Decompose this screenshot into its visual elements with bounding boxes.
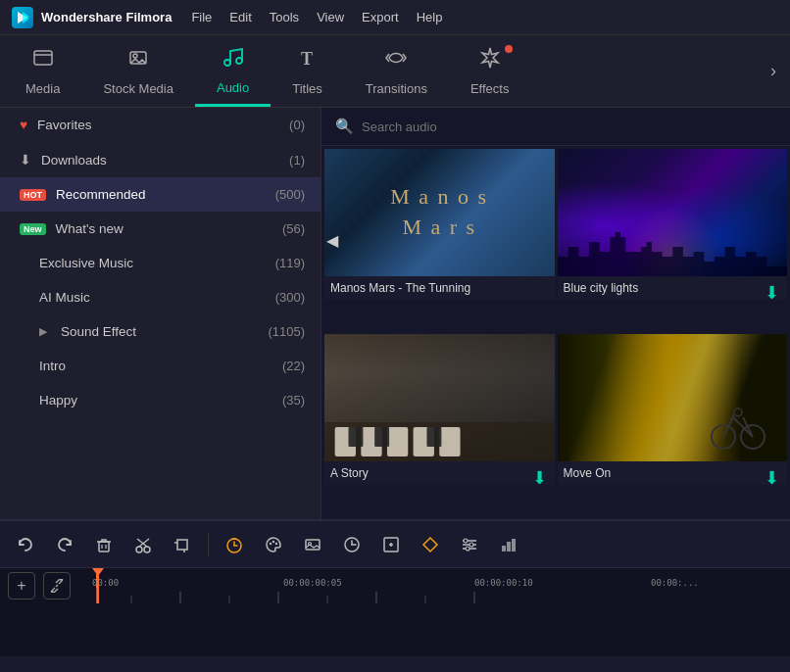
chart-button[interactable] bbox=[491, 527, 526, 562]
timeline-link-button[interactable] bbox=[43, 572, 71, 600]
media-card-a-story[interactable]: ⬇ A Story bbox=[324, 334, 555, 516]
moveon-label: Move On bbox=[558, 461, 788, 485]
delete-button[interactable] bbox=[86, 527, 122, 562]
app-logo-icon bbox=[12, 7, 33, 28]
manos-label: Manos Mars - The Tunning bbox=[324, 276, 555, 300]
sidebar-item-recommended[interactable]: HOT Recommended (500) bbox=[0, 177, 321, 212]
sidebar-item-favorites[interactable]: ♥ Favorites (0) bbox=[0, 108, 321, 142]
sidebar-label-sound-effect: Sound Effect bbox=[61, 324, 136, 339]
city-thumbnail bbox=[558, 149, 788, 276]
tab-audio[interactable]: Audio bbox=[195, 35, 271, 107]
city-download-icon: ⬇ bbox=[765, 282, 779, 304]
svg-point-6 bbox=[224, 60, 230, 66]
recommended-count: (500) bbox=[275, 187, 305, 202]
tab-transitions-label: Transitions bbox=[366, 81, 427, 96]
story-thumbnail bbox=[324, 334, 555, 461]
media-card-manos-mars[interactable]: ◀ M a n o sM a r s Manos Mars - The Tunn… bbox=[324, 149, 555, 331]
story-download-icon: ⬇ bbox=[532, 467, 547, 489]
menu-export[interactable]: Export bbox=[362, 10, 399, 24]
sidebar-label-favorites: Favorites bbox=[37, 118, 92, 132]
svg-point-26 bbox=[144, 547, 150, 552]
tab-stock-media[interactable]: Stock Media bbox=[81, 35, 195, 107]
svg-point-52 bbox=[466, 547, 469, 551]
svg-point-38 bbox=[275, 542, 277, 544]
sidebar-item-sound-effect[interactable]: ▶ Sound Effect (1105) bbox=[0, 314, 321, 349]
menu-view[interactable]: View bbox=[317, 10, 344, 24]
nav-tabs: Media Stock Media Audio T Titles bbox=[0, 35, 790, 108]
svg-rect-39 bbox=[306, 540, 320, 550]
playhead[interactable] bbox=[97, 568, 99, 603]
redo-button[interactable] bbox=[47, 527, 82, 562]
city-label: Blue city lights bbox=[558, 276, 788, 300]
image-button[interactable] bbox=[295, 527, 330, 562]
menu-file[interactable]: File bbox=[191, 10, 212, 24]
search-input[interactable] bbox=[362, 120, 776, 134]
expand-button[interactable] bbox=[373, 527, 409, 562]
ruler-track: 00:00 00:00:00:05 00:00:00:10 00:00:... bbox=[82, 568, 782, 603]
svg-point-25 bbox=[136, 547, 142, 552]
svg-line-27 bbox=[139, 539, 149, 547]
sidebar-label-recommended: Recommended bbox=[56, 187, 146, 202]
svg-line-28 bbox=[137, 539, 147, 547]
undo-button[interactable] bbox=[8, 527, 43, 562]
tab-titles[interactable]: T Titles bbox=[271, 35, 344, 107]
svg-rect-2 bbox=[34, 51, 52, 65]
sidebar-item-ai-music[interactable]: AI Music (300) bbox=[0, 280, 321, 314]
palette-button[interactable] bbox=[256, 527, 291, 562]
diamond-button[interactable] bbox=[413, 527, 448, 562]
sidebar-item-intro[interactable]: Intro (22) bbox=[0, 349, 321, 383]
play-arrow-icon: ◀ bbox=[326, 231, 338, 250]
content-panel: 🔍 ◀ M a n o sM a r s Manos Mars - The Tu… bbox=[321, 108, 790, 519]
svg-text:00:00:...: 00:00:... bbox=[651, 578, 699, 588]
svg-point-36 bbox=[270, 542, 272, 544]
audio-icon bbox=[222, 45, 245, 74]
playhead-triangle bbox=[92, 568, 104, 576]
timeline-ruler: + bbox=[0, 568, 790, 603]
media-icon bbox=[31, 46, 55, 75]
sound-effect-count: (1105) bbox=[268, 324, 305, 339]
clock-button[interactable] bbox=[334, 527, 370, 562]
timeline-add-button[interactable]: + bbox=[8, 572, 35, 600]
svg-text:00:00:00:05: 00:00:00:05 bbox=[283, 578, 342, 588]
hot-badge: HOT bbox=[20, 189, 46, 201]
story-label: A Story bbox=[324, 461, 555, 485]
timer-button[interactable] bbox=[217, 527, 252, 562]
sidebar: ♥ Favorites (0) ⬇ Downloads (1) HOT Reco… bbox=[0, 108, 321, 519]
sidebar-item-exclusive[interactable]: Exclusive Music (119) bbox=[0, 246, 321, 280]
downloads-count: (1) bbox=[289, 153, 305, 168]
tab-effects[interactable]: Effects bbox=[449, 35, 531, 107]
main-content: ♥ Favorites (0) ⬇ Downloads (1) HOT Reco… bbox=[0, 108, 790, 519]
sidebar-item-downloads[interactable]: ⬇ Downloads (1) bbox=[0, 142, 321, 177]
cut-button[interactable] bbox=[125, 527, 161, 562]
nav-more-button[interactable]: › bbox=[761, 35, 786, 107]
svg-point-5 bbox=[133, 54, 137, 58]
sidebar-item-whats-new[interactable]: New What's new (56) bbox=[0, 212, 321, 246]
menu-items: File Edit Tools View Export Help bbox=[191, 10, 442, 24]
exclusive-count: (119) bbox=[275, 256, 305, 270]
tab-audio-label: Audio bbox=[217, 80, 249, 95]
search-bar: 🔍 bbox=[321, 108, 790, 146]
moveon-thumbnail bbox=[558, 334, 788, 461]
toolbar-divider-1 bbox=[208, 533, 209, 556]
crop-button[interactable] bbox=[165, 527, 200, 562]
timeline-area: + bbox=[0, 519, 790, 656]
intro-count: (22) bbox=[282, 359, 305, 373]
favorites-icon: ♥ bbox=[20, 118, 27, 132]
tab-transitions[interactable]: Transitions bbox=[344, 35, 449, 107]
svg-line-56 bbox=[56, 585, 58, 587]
media-card-move-on[interactable]: ⬇ Move On bbox=[558, 334, 788, 516]
ai-music-count: (300) bbox=[275, 290, 305, 305]
tab-media[interactable]: Media bbox=[4, 35, 81, 107]
whats-new-count: (56) bbox=[282, 221, 305, 236]
sliders-button[interactable] bbox=[452, 527, 487, 562]
sidebar-item-happy[interactable]: Happy (35) bbox=[0, 383, 321, 417]
media-card-blue-city[interactable]: ⬇ Blue city lights bbox=[558, 149, 788, 331]
menu-help[interactable]: Help bbox=[417, 10, 443, 24]
svg-text:00:00:00:10: 00:00:00:10 bbox=[474, 578, 533, 588]
menu-tools[interactable]: Tools bbox=[270, 10, 299, 24]
tab-stock-media-label: Stock Media bbox=[103, 81, 173, 96]
sidebar-label-downloads: Downloads bbox=[41, 153, 107, 168]
svg-point-7 bbox=[236, 58, 242, 64]
favorites-count: (0) bbox=[289, 118, 305, 132]
menu-edit[interactable]: Edit bbox=[229, 10, 251, 24]
